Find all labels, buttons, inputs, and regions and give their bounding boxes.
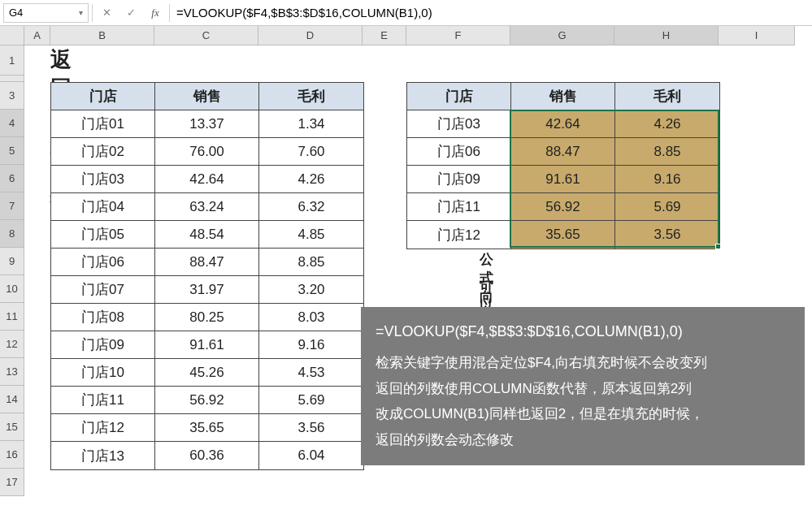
table1-cell[interactable]: 门店06 bbox=[51, 249, 155, 276]
table1-cell[interactable]: 48.54 bbox=[155, 221, 259, 249]
table2-cell[interactable]: 5.69 bbox=[615, 193, 719, 221]
col-header-B[interactable]: B bbox=[50, 26, 154, 45]
table1-cell[interactable]: 3.56 bbox=[259, 414, 363, 442]
row-header-11[interactable]: 11 bbox=[0, 303, 24, 331]
table1-cell[interactable]: 4.26 bbox=[259, 166, 363, 193]
table1-cell[interactable]: 60.36 bbox=[155, 442, 259, 469]
table1-cell[interactable]: 45.26 bbox=[155, 359, 259, 387]
table2-header[interactable]: 毛利 bbox=[615, 83, 719, 110]
col-header-I[interactable]: I bbox=[719, 26, 795, 45]
row-header-7[interactable]: 7 bbox=[0, 192, 24, 220]
table1-header[interactable]: 毛利 bbox=[259, 83, 363, 110]
table1-cell[interactable]: 门店02 bbox=[51, 138, 155, 166]
table1-cell[interactable]: 门店05 bbox=[51, 221, 155, 249]
col-header-G[interactable]: G bbox=[510, 26, 614, 45]
table1-cell[interactable]: 门店10 bbox=[51, 359, 155, 387]
confirm-icon[interactable]: ✓ bbox=[120, 3, 141, 23]
table1-cell[interactable]: 76.00 bbox=[155, 138, 259, 166]
table1-cell[interactable]: 4.53 bbox=[259, 359, 363, 387]
row-header-12[interactable]: 12 bbox=[0, 331, 24, 358]
table2-cell[interactable]: 88.47 bbox=[511, 138, 615, 166]
select-all-corner[interactable] bbox=[0, 26, 24, 45]
fx-icon[interactable]: fx bbox=[145, 6, 166, 19]
table1-header[interactable]: 销售 bbox=[155, 83, 259, 110]
table1-cell[interactable]: 91.61 bbox=[155, 331, 259, 359]
table1-cell[interactable]: 35.65 bbox=[155, 414, 259, 442]
table2-cell[interactable]: 42.64 bbox=[511, 110, 615, 138]
row-header-2[interactable] bbox=[0, 76, 24, 82]
table2-cell[interactable]: 门店11 bbox=[407, 193, 511, 221]
table1-cell[interactable]: 门店13 bbox=[51, 442, 155, 469]
table1-cell[interactable]: 31.97 bbox=[155, 276, 259, 304]
table2-header[interactable]: 销售 bbox=[511, 83, 615, 110]
table2-cell[interactable]: 门店12 bbox=[407, 221, 511, 249]
table1-cell[interactable]: 1.34 bbox=[259, 110, 363, 138]
table2-cell[interactable]: 91.61 bbox=[511, 166, 615, 193]
row-header-3[interactable]: 3 bbox=[0, 82, 24, 110]
table2-cell[interactable]: 门店06 bbox=[407, 138, 511, 166]
table2-cell[interactable]: 56.92 bbox=[511, 193, 615, 221]
table1-cell[interactable]: 42.64 bbox=[155, 166, 259, 193]
table1-cell[interactable]: 9.16 bbox=[259, 331, 363, 359]
table1-cell[interactable]: 门店01 bbox=[51, 110, 155, 138]
table1-cell[interactable]: 门店12 bbox=[51, 414, 155, 442]
col-header-F[interactable]: F bbox=[406, 26, 510, 45]
table2-cell[interactable]: 门店09 bbox=[407, 166, 511, 193]
table2-cell[interactable]: 门店03 bbox=[407, 110, 511, 138]
row-header-13[interactable]: 13 bbox=[0, 358, 24, 386]
row-header-14[interactable]: 14 bbox=[0, 386, 24, 413]
table1-cell[interactable]: 6.04 bbox=[259, 442, 363, 469]
table2-cell[interactable]: 9.16 bbox=[615, 166, 719, 193]
col-header-D[interactable]: D bbox=[258, 26, 363, 45]
name-box[interactable]: G4 ▾ bbox=[3, 3, 89, 23]
col-header-A[interactable]: A bbox=[24, 26, 50, 45]
table1-header[interactable]: 门店 bbox=[51, 83, 155, 110]
source-table: 门店销售毛利门店0113.371.34门店0276.007.60门店0342.6… bbox=[50, 82, 364, 470]
separator bbox=[92, 4, 93, 22]
row-header-15[interactable]: 15 bbox=[0, 413, 24, 441]
col-header-C[interactable]: C bbox=[154, 26, 258, 45]
table1-cell[interactable]: 门店03 bbox=[51, 166, 155, 193]
callout-line-1: 检索关键字使用混合定位$F4,向右填充时候不会改变列 bbox=[376, 350, 790, 375]
table1-cell[interactable]: 门店09 bbox=[51, 331, 155, 359]
table2-cell[interactable]: 4.26 bbox=[615, 110, 719, 138]
table1-cell[interactable]: 3.20 bbox=[259, 276, 363, 304]
row-header-16[interactable]: 16 bbox=[0, 441, 24, 469]
col-header-E[interactable]: E bbox=[363, 26, 406, 45]
table2-cell[interactable]: 3.56 bbox=[615, 221, 719, 249]
row-header-8[interactable]: 8 bbox=[0, 220, 24, 248]
table1-cell[interactable]: 88.47 bbox=[155, 249, 259, 276]
table2-header[interactable]: 门店 bbox=[407, 83, 511, 110]
table1-cell[interactable]: 门店07 bbox=[51, 276, 155, 304]
callout-line-3: 改成COLUMN(B1)同样也返回2，但是在填充的时候， bbox=[376, 401, 790, 426]
row-header-4[interactable]: 4 bbox=[0, 110, 24, 137]
table1-cell[interactable]: 4.85 bbox=[259, 221, 363, 249]
table1-cell[interactable]: 8.03 bbox=[259, 304, 363, 331]
cancel-icon[interactable]: ✕ bbox=[96, 3, 117, 23]
formula-input[interactable] bbox=[173, 3, 809, 23]
row-header-1[interactable]: 1 bbox=[0, 45, 24, 76]
table1-cell[interactable]: 5.69 bbox=[259, 387, 363, 414]
chevron-down-icon[interactable]: ▾ bbox=[79, 8, 83, 17]
name-box-value: G4 bbox=[9, 6, 23, 19]
callout-formula: =VLOOKUP($F4,$B$3:$D$16,COLUMN(B1),0) bbox=[376, 318, 790, 345]
table1-cell[interactable]: 7.60 bbox=[259, 138, 363, 166]
table1-cell[interactable]: 63.24 bbox=[155, 193, 259, 221]
row-header-10[interactable]: 10 bbox=[0, 275, 24, 303]
table2-cell[interactable]: 8.85 bbox=[615, 138, 719, 166]
table1-cell[interactable]: 80.25 bbox=[155, 304, 259, 331]
row-header-9[interactable]: 9 bbox=[0, 248, 24, 275]
row-header-5[interactable]: 5 bbox=[0, 137, 24, 165]
row-header-6[interactable]: 6 bbox=[0, 165, 24, 192]
table1-cell[interactable]: 13.37 bbox=[155, 110, 259, 138]
col-header-H[interactable]: H bbox=[614, 26, 719, 45]
table2-cell[interactable]: 35.65 bbox=[511, 221, 615, 249]
table1-cell[interactable]: 门店08 bbox=[51, 304, 155, 331]
explanation-callout: =VLOOKUP($F4,$B$3:$D$16,COLUMN(B1),0) 检索… bbox=[361, 307, 805, 465]
row-header-17[interactable]: 17 bbox=[0, 469, 24, 496]
table1-cell[interactable]: 8.85 bbox=[259, 249, 363, 276]
table1-cell[interactable]: 6.32 bbox=[259, 193, 363, 221]
table1-cell[interactable]: 56.92 bbox=[155, 387, 259, 414]
table1-cell[interactable]: 门店04 bbox=[51, 193, 155, 221]
table1-cell[interactable]: 门店11 bbox=[51, 387, 155, 414]
